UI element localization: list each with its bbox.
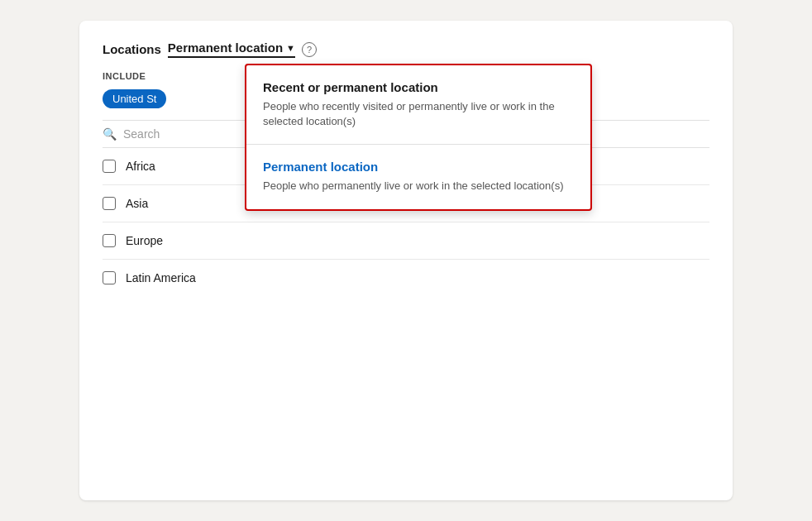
label-latin-america: Latin America: [126, 271, 196, 284]
option-recent-or-permanent[interactable]: Recent or permanent location People who …: [246, 65, 590, 145]
locations-label: Locations: [103, 42, 161, 56]
united-states-tag[interactable]: United St: [103, 89, 166, 108]
help-icon[interactable]: ?: [302, 42, 317, 57]
option-permanent[interactable]: Permanent location People who permanentl…: [246, 145, 590, 208]
locations-panel: Locations Permanent location ▼ ? INCLUDE…: [79, 21, 733, 500]
checkbox-asia[interactable]: [103, 197, 116, 210]
option-desc-permanent: People who permanently live or work in t…: [263, 179, 574, 194]
option-title-permanent: Permanent location: [263, 160, 574, 174]
list-item[interactable]: Europe: [103, 222, 709, 260]
chevron-down-icon: ▼: [286, 43, 295, 53]
checkbox-africa[interactable]: [103, 160, 116, 173]
location-type-dropdown-menu: Recent or permanent location People who …: [245, 64, 592, 211]
search-placeholder: Search: [123, 127, 160, 141]
location-type-dropdown[interactable]: Permanent location ▼: [168, 41, 295, 58]
checkbox-europe[interactable]: [103, 234, 116, 247]
option-title-recent: Recent or permanent location: [263, 80, 574, 94]
checkbox-latin-america[interactable]: [103, 271, 116, 284]
option-desc-recent: People who recently visited or permanent…: [263, 99, 574, 129]
header-row: Locations Permanent location ▼ ?: [103, 41, 709, 58]
search-icon: 🔍: [103, 127, 117, 141]
dropdown-label: Permanent location: [168, 41, 283, 55]
label-asia: Asia: [126, 197, 148, 210]
label-africa: Africa: [126, 160, 155, 173]
list-item[interactable]: Latin America: [103, 260, 709, 296]
label-europe: Europe: [126, 234, 163, 247]
